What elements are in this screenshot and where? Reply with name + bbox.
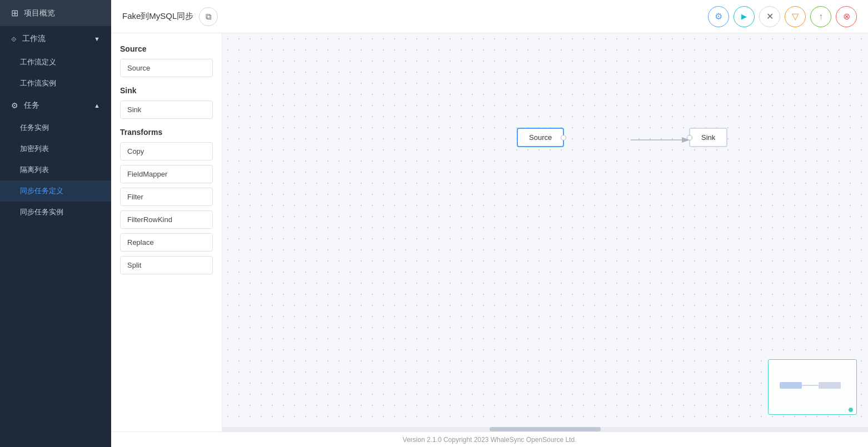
source-section: Source Source xyxy=(120,44,213,77)
sidebar-item-sync-task-instance[interactable]: 同步任务实例 xyxy=(0,202,111,223)
task-icon: ⚙ xyxy=(11,101,18,110)
minimap-connector xyxy=(769,360,856,414)
sink-left-port[interactable] xyxy=(687,135,692,140)
header-right: ⚙ ▶ ✕ ▽ ↑ ⊗ xyxy=(708,6,857,27)
source-flow-node[interactable]: Source xyxy=(517,128,564,147)
minimap[interactable] xyxy=(768,359,857,415)
sidebar-label-workflow: 工作流 xyxy=(22,34,46,44)
sink-flow-node[interactable]: Sink xyxy=(689,128,727,147)
workflow-icon: ⟐ xyxy=(11,34,17,44)
minimap-nodes xyxy=(769,360,856,414)
grid-icon: ⊞ xyxy=(11,8,18,18)
canvas-scrollbar[interactable] xyxy=(222,427,868,431)
sidebar: ⊞ 项目概览 ⟐ 工作流 ▼ 工作流定义 工作流实例 ⚙ 任务 ▲ 任务实例 加… xyxy=(0,0,111,447)
source-drag-item[interactable]: Source xyxy=(120,59,213,77)
replace-drag-item[interactable]: Replace xyxy=(120,233,213,252)
sink-node-label: Sink xyxy=(701,133,715,142)
sidebar-item-project-overview[interactable]: ⊞ 项目概览 xyxy=(0,0,111,26)
chevron-icon: ▼ xyxy=(94,36,100,42)
sidebar-item-workflow-instance[interactable]: 工作流实例 xyxy=(0,73,111,94)
run-icon: ▶ xyxy=(741,12,747,21)
copy-title-button[interactable]: ⧉ xyxy=(199,7,218,26)
sidebar-item-ge-li-list[interactable]: 隔离列表 xyxy=(0,159,111,180)
content-area: Source Source Sink Sink Transforms Copy … xyxy=(111,33,868,431)
transforms-section: Transforms Copy FieldMapper Filter Filte… xyxy=(120,128,213,274)
minimap-handle[interactable] xyxy=(849,408,853,412)
sidebar-item-task-instance[interactable]: 任务实例 xyxy=(0,117,111,138)
sidebar-group-task[interactable]: ⚙ 任务 ▲ xyxy=(0,94,111,117)
main-area: Fake到MySQL同步 ⧉ ⚙ ▶ ✕ ▽ ↑ ⊗ xyxy=(111,0,868,447)
filter-drag-item[interactable]: Filter xyxy=(120,188,213,206)
header-left: Fake到MySQL同步 ⧉ xyxy=(122,7,218,26)
sidebar-item-jia-mi-list[interactable]: 加密列表 xyxy=(0,138,111,159)
flow-canvas[interactable]: Source Sink xyxy=(222,33,868,431)
stop-button[interactable]: ✕ xyxy=(759,6,780,27)
source-section-title: Source xyxy=(120,44,213,53)
chevron-up-icon: ▲ xyxy=(94,102,100,109)
sidebar-label-project-overview: 项目概览 xyxy=(24,8,55,18)
source-node-label: Source xyxy=(529,133,552,142)
split-drag-item[interactable]: Split xyxy=(120,256,213,274)
sink-section-title: Sink xyxy=(120,86,213,95)
fieldmapper-drag-item[interactable]: FieldMapper xyxy=(120,165,213,183)
export-icon: ↑ xyxy=(819,12,823,22)
bottom-bar: Version 2.1.0 Copyright 2023 WhaleSync O… xyxy=(111,431,868,447)
sidebar-item-workflow[interactable]: ⟐ 工作流 ▼ xyxy=(0,26,111,52)
delete-icon: ⊗ xyxy=(843,11,850,22)
sidebar-item-workflow-definition[interactable]: 工作流定义 xyxy=(0,52,111,73)
transforms-section-title: Transforms xyxy=(120,128,213,137)
run-button[interactable]: ▶ xyxy=(734,6,755,27)
sink-drag-item[interactable]: Sink xyxy=(120,101,213,119)
delete-button[interactable]: ⊗ xyxy=(836,6,857,27)
filter-button[interactable]: ▽ xyxy=(785,6,806,27)
copy-drag-item[interactable]: Copy xyxy=(120,142,213,160)
canvas-scrollbar-thumb xyxy=(490,427,601,431)
page-header: Fake到MySQL同步 ⧉ ⚙ ▶ ✕ ▽ ↑ ⊗ xyxy=(111,0,868,33)
sink-section: Sink Sink xyxy=(120,86,213,119)
bottom-bar-text: Version 2.1.0 Copyright 2023 WhaleSync O… xyxy=(403,436,577,444)
stop-icon: ✕ xyxy=(766,11,774,22)
left-panel: Source Source Sink Sink Transforms Copy … xyxy=(111,33,222,431)
sidebar-item-sync-task-def[interactable]: 同步任务定义 xyxy=(0,180,111,202)
settings-button[interactable]: ⚙ xyxy=(708,6,729,27)
source-right-port[interactable] xyxy=(561,135,566,140)
export-button[interactable]: ↑ xyxy=(810,6,831,27)
filterrowkind-drag-item[interactable]: FilterRowKind xyxy=(120,210,213,229)
filter-icon: ▽ xyxy=(792,11,799,22)
settings-icon: ⚙ xyxy=(715,11,722,22)
copy-icon: ⧉ xyxy=(206,12,212,22)
page-title: Fake到MySQL同步 xyxy=(122,11,193,22)
